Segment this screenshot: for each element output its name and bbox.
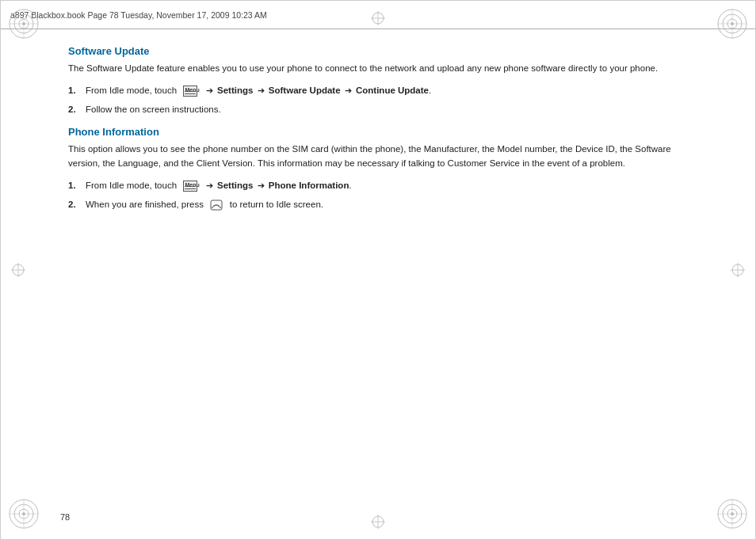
- phone-information-steps: 1. From Idle mode, touch Menu ➔ Settings…: [68, 179, 688, 212]
- arrow-icon-4: ➔: [206, 181, 213, 190]
- crosshair-bottom: [370, 514, 386, 530]
- section-title-phone-information: Phone Information: [68, 126, 688, 138]
- software-update-intro: The Software Update feature enables you …: [68, 62, 688, 76]
- phone-information-label: Phone Information: [269, 181, 349, 190]
- section-software-update: Software Update The Software Update feat…: [68, 45, 688, 116]
- step-item: 1. From Idle mode, touch Menu ➔ Settings…: [68, 179, 688, 193]
- arrow-icon: ➔: [206, 86, 213, 95]
- end-button-icon: [210, 200, 223, 211]
- corner-decoration-bl: [7, 497, 40, 533]
- step-item: 2. Follow the on screen instructions.: [68, 103, 688, 117]
- main-content: Software Update The Software Update feat…: [60, 29, 696, 500]
- software-update-label: Software Update: [269, 86, 341, 95]
- arrow-icon-5: ➔: [258, 181, 265, 190]
- step-number: 1.: [68, 179, 86, 193]
- section-title-software-update: Software Update: [68, 45, 688, 57]
- menu-icon-2: Menu: [183, 181, 197, 192]
- arrow-icon-3: ➔: [345, 86, 352, 95]
- step-number: 1.: [68, 84, 86, 98]
- crosshair-top: [370, 10, 386, 26]
- page-container: a897 Blackbox.book Page 78 Tuesday, Nove…: [0, 0, 756, 540]
- settings-label: Settings: [217, 86, 253, 95]
- software-update-steps: 1. From Idle mode, touch Menu ➔ Settings…: [68, 84, 688, 117]
- settings-label-2: Settings: [217, 181, 253, 190]
- crosshair-right: [730, 262, 746, 278]
- phone-information-intro: This option allows you to see the phone …: [68, 143, 688, 171]
- arrow-icon-2: ➔: [258, 86, 265, 95]
- step-item: 2. When you are finished, press to retu: [68, 198, 688, 212]
- continue-update-label: Continue Update: [356, 86, 429, 95]
- page-number: 78: [60, 512, 70, 522]
- corner-decoration-br: [716, 497, 749, 533]
- step-item: 1. From Idle mode, touch Menu ➔ Settings…: [68, 84, 688, 98]
- step-content: When you are finished, press to return t…: [86, 198, 688, 212]
- header-text: a897 Blackbox.book Page 78 Tuesday, Nove…: [10, 10, 267, 20]
- crosshair-left: [10, 262, 26, 278]
- step-number: 2.: [68, 198, 86, 212]
- step-content: From Idle mode, touch Menu ➔ Settings ➔ …: [86, 84, 688, 98]
- step-content: Follow the on screen instructions.: [86, 103, 688, 117]
- corner-decoration-tl: [7, 7, 40, 43]
- step-content: From Idle mode, touch Menu ➔ Settings ➔ …: [86, 179, 688, 193]
- corner-decoration-tr: [716, 7, 749, 43]
- section-phone-information: Phone Information This option allows you…: [68, 126, 688, 211]
- step-number: 2.: [68, 103, 86, 117]
- menu-icon: Menu: [183, 86, 197, 97]
